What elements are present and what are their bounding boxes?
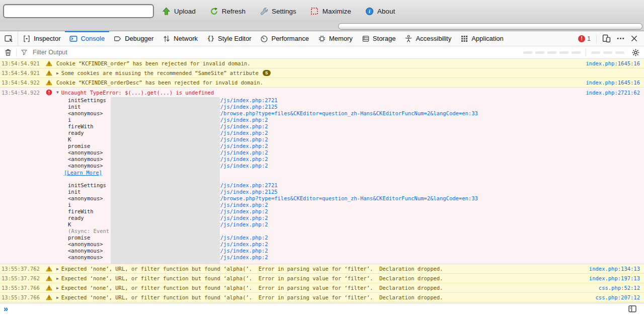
devtools-tab[interactable]: Network <box>158 31 202 46</box>
devtools-tab[interactable]: Storage <box>357 31 400 46</box>
expand-twisty-icon[interactable]: ▶ <box>56 267 59 271</box>
tab-label: Storage <box>373 35 396 42</box>
filter-output-input[interactable]: Filter Output <box>33 49 67 56</box>
warning-icon <box>41 80 56 86</box>
filter-pill[interactable] <box>547 51 556 54</box>
warning-icon <box>41 70 56 76</box>
close-icon[interactable] <box>630 35 638 42</box>
source-link[interactable]: index.php:1645:16 <box>586 60 640 66</box>
expand-twisty-icon[interactable]: ▶ <box>56 295 59 300</box>
horizontal-scrollbar[interactable] <box>338 23 642 30</box>
source-link[interactable]: css.php:207:12 <box>595 294 640 300</box>
console-warning-row[interactable]: 13:55:37.766 ▶ Expected ‘none’, URL, or … <box>0 283 644 293</box>
source-link[interactable]: index.php:2721:62 <box>586 90 640 96</box>
devtools-tab[interactable]: Inspector <box>18 31 65 46</box>
source-link[interactable]: css.php:52:12 <box>599 285 640 291</box>
devtools-tab[interactable]: Debugger <box>109 31 158 46</box>
funnel-icon <box>21 49 28 56</box>
content-placeholder-block <box>111 97 220 264</box>
expand-twisty-icon[interactable]: ▶ <box>56 286 59 290</box>
filter-pill[interactable] <box>535 51 544 54</box>
stack-frame-row: <anonymous> /third_party/kcfinder/js/ind… <box>0 156 644 163</box>
meatball-menu-icon[interactable] <box>616 34 625 43</box>
gear-icon[interactable] <box>631 48 640 57</box>
warning-icon <box>41 285 56 291</box>
upload-icon <box>162 7 171 16</box>
pick-element-icon[interactable] <box>0 31 18 46</box>
tab-label: Inspector <box>34 35 60 42</box>
app-toolbar-button[interactable]: Settings <box>260 7 296 16</box>
filter-pill[interactable] <box>523 51 532 54</box>
warning-icon <box>41 60 56 66</box>
console-warning-row[interactable]: 13:54:54.921 ▶ Some cookies are misusing… <box>0 68 644 78</box>
error-message-text: Uncaught TypeError: $(...).get(...) is u… <box>61 90 214 96</box>
devtools-tab[interactable]: {} Style Editor <box>202 31 256 46</box>
message-text: Expected ‘none’, URL, or filter function… <box>61 285 443 291</box>
filter-pill[interactable] <box>615 51 624 54</box>
warning-icon <box>41 294 56 300</box>
tabbar-right-controls: ! 1 <box>578 31 644 46</box>
accessibility-icon <box>405 35 413 43</box>
console-prompt-icon: » <box>0 305 8 313</box>
devtools-tab[interactable]: Application <box>456 31 508 46</box>
devtools-tab[interactable]: Accessibility <box>400 31 456 46</box>
stack-frame-row: <anonymous> /third_party/kcfinder/js/ind… <box>0 163 644 169</box>
collapse-twisty-icon[interactable]: ▼ <box>56 90 59 95</box>
stack-frame-row: <anonymous> /third_party/kcfinder/browse… <box>0 195 644 202</box>
trash-icon[interactable] <box>4 48 12 56</box>
tab-label: Memory <box>329 35 353 42</box>
devtools-tab[interactable]: Console <box>65 31 109 46</box>
console-warning-row[interactable]: 13:55:37.762 ▶ Expected ‘none’, URL, or … <box>0 264 644 274</box>
filter-pill[interactable] <box>572 51 581 54</box>
button-label: About <box>377 8 395 15</box>
path-input[interactable] <box>3 4 154 18</box>
sidebar-toggle-icon[interactable] <box>628 305 637 313</box>
filter-pill[interactable] <box>591 51 600 54</box>
stack-frame-row: <anonymous> /third_party/kcfinder/browse… <box>0 110 644 117</box>
responsive-mode-icon[interactable] <box>602 34 611 43</box>
timestamp: 13:54:54.921 <box>0 60 41 66</box>
timestamp: 13:55:37.766 <box>0 294 41 300</box>
console-warning-row[interactable]: 13:54:54.922 Cookie “KCFINDER_orderDesc”… <box>0 78 644 88</box>
filter-pill[interactable] <box>603 51 612 54</box>
console-warning-row[interactable]: 13:55:37.766 ▶ Expected ‘none’, URL, or … <box>0 293 644 302</box>
svg-text:{}: {} <box>207 35 214 42</box>
twisty-icon[interactable]: ▶ <box>56 71 59 75</box>
filter-pill[interactable] <box>559 51 569 54</box>
app-toolbar-button[interactable]: Upload <box>162 7 196 16</box>
source-link[interactable]: index.php:134:13 <box>589 266 640 272</box>
network-icon <box>163 35 171 43</box>
console-warning-row[interactable]: 13:54:54.921 Cookie “KCFINDER_order” has… <box>0 59 644 68</box>
timestamp: 13:54:54.922 <box>0 80 41 86</box>
stack-frame-row: fireWith /third_party/kcfinder/js/index.… <box>0 123 644 130</box>
stack-frame-row: init /third_party/kcfinder/js/index.php:… <box>0 104 644 110</box>
app-toolbar-button[interactable]: i About <box>365 7 395 16</box>
devtools-tab[interactable]: Performance <box>256 31 313 46</box>
console-input-row[interactable]: » <box>0 303 644 315</box>
count-badge: 5 <box>263 70 271 76</box>
app-toolbar-button[interactable]: Refresh <box>210 7 246 16</box>
tab-label: Network <box>174 35 198 42</box>
stack-frame-row: (Async: Event <box>0 228 644 234</box>
devtools-tab[interactable]: Memory <box>313 31 357 46</box>
error-badge-icon: ! <box>578 35 585 42</box>
sub-toolbar <box>0 22 644 31</box>
learn-more-link[interactable]: [Learn More] <box>0 170 102 176</box>
source-link[interactable]: index.php:197:13 <box>589 275 640 281</box>
stack-frame-row: <anonymous> /third_party/kcfinder/js/ind… <box>0 248 644 254</box>
error-count-badge[interactable]: ! 1 <box>578 35 591 42</box>
source-link[interactable]: index.php:1645:16 <box>586 80 640 86</box>
console-error-row[interactable]: 13:54:54.922 ▼ Uncaught TypeError: $(...… <box>0 88 644 97</box>
performance-icon <box>260 35 268 43</box>
console-tab-icon <box>69 35 77 43</box>
stack-frame-row: promise /third_party/kcfinder/js/index.p… <box>0 234 644 241</box>
app-toolbar-button[interactable]: Maximize <box>310 7 351 16</box>
message-text: Expected ‘none’, URL, or filter function… <box>61 275 443 281</box>
expand-twisty-icon[interactable]: ▶ <box>56 276 59 281</box>
application-icon <box>460 35 468 43</box>
learn-more-row: [Learn More] <box>0 169 644 176</box>
console-warning-row[interactable]: 13:55:37.762 ▶ Expected ‘none’, URL, or … <box>0 274 644 283</box>
warning-icon <box>41 275 56 281</box>
debugger-icon <box>114 35 122 43</box>
stack-frame-row: ready /third_party/kcfinder/js/index.php… <box>0 215 644 221</box>
